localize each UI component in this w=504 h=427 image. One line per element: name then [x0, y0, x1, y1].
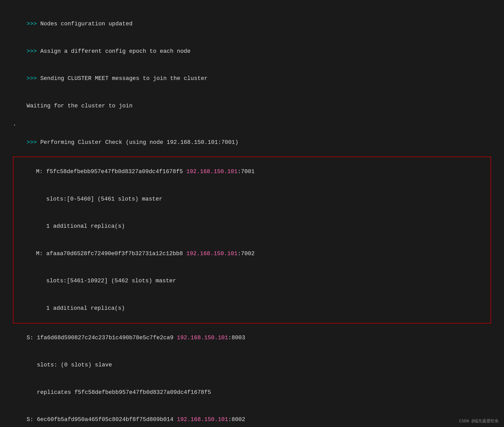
- slave-1-replicates: replicates f5fc58defbebb957e47fb0d8327a0…: [13, 379, 491, 406]
- line-performing-check: >>> Performing Cluster Check (using node…: [13, 129, 491, 156]
- line-nodes-updated: >>> Nodes configuration updated: [13, 10, 491, 38]
- master-1-replicas: 1 additional replica(s): [16, 213, 488, 240]
- master-1-line1: M: f5fc58defbebb957e47fb0d8327a09dc4f167…: [16, 158, 488, 186]
- slave-1-line1: S: 1fa6d68d590827c24c237b1c490b78e5c7fe2…: [13, 324, 491, 351]
- line-assign-epoch: >>> Assign a different config epoch to e…: [13, 38, 491, 65]
- line-waiting: Waiting for the cluster to join: [13, 92, 491, 120]
- slave-1-slots: slots: (0 slots) slave: [13, 351, 491, 379]
- master-1-slots: slots:[0-5460] (5461 slots) master: [16, 186, 488, 213]
- master-box-1: M: f5fc58defbebb957e47fb0d8327a09dc4f167…: [13, 157, 491, 323]
- watermark: CSDN @端先森爱吃鱼: [459, 418, 499, 424]
- master-2-line1: M: afaaa70d6528fc72490e0f3f7b32731a12c12…: [16, 240, 488, 268]
- line-sending-cluster: >>> Sending CLUSTER MEET messages to joi…: [13, 65, 491, 92]
- slave-2-line1: S: 6ec60fb5afd950a465f05c8024bf8f75d809b…: [13, 406, 491, 427]
- line-dot: .: [13, 120, 491, 129]
- master-2-replicas: 1 additional replica(s): [16, 295, 488, 322]
- terminal: >>> Nodes configuration updated >>> Assi…: [5, 5, 499, 427]
- master-2-slots: slots:[5461-10922] (5462 slots) master: [16, 267, 488, 295]
